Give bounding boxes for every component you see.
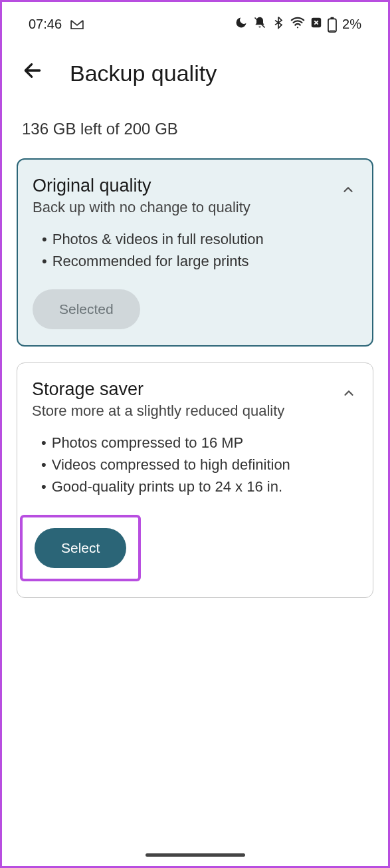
gmail-icon	[70, 19, 84, 30]
storage-remaining: 136 GB left of 200 GB	[2, 106, 388, 158]
card-subtitle: Back up with no change to quality	[33, 199, 250, 216]
card-subtitle: Store more at a slightly reduced quality	[32, 402, 284, 420]
battery-icon	[328, 17, 337, 33]
storage-saver-card[interactable]: Storage saver Store more at a slightly r…	[17, 362, 373, 598]
bullet-list: Photos & videos in full resolution Recom…	[33, 228, 357, 272]
list-item: Photos compressed to 16 MP	[41, 432, 358, 454]
card-title: Original quality	[33, 176, 250, 196]
original-quality-card[interactable]: Original quality Back up with no change …	[17, 158, 373, 347]
list-item: Photos & videos in full resolution	[42, 228, 357, 250]
moon-icon	[235, 16, 248, 33]
bell-off-icon	[253, 16, 266, 33]
selected-button: Selected	[33, 289, 140, 329]
back-arrow-icon[interactable]	[22, 60, 43, 86]
svg-rect-3	[331, 17, 334, 19]
select-button[interactable]: Select	[35, 528, 126, 568]
status-right: 2%	[235, 15, 361, 33]
list-item: Videos compressed to high definition	[41, 454, 358, 476]
wifi-icon	[290, 15, 305, 33]
nav-bar-handle[interactable]	[146, 853, 245, 857]
status-bar: 07:46 2%	[2, 2, 388, 40]
page-header: Backup quality	[2, 40, 388, 106]
chevron-up-icon[interactable]	[341, 386, 355, 399]
svg-rect-4	[330, 30, 336, 31]
list-item: Recommended for large prints	[42, 250, 357, 272]
highlight-annotation: Select	[20, 515, 141, 581]
data-disabled-icon	[310, 17, 322, 32]
bullet-list: Photos compressed to 16 MP Videos compre…	[32, 432, 358, 498]
chevron-up-icon[interactable]	[341, 182, 354, 196]
list-item: Good-quality prints up to 24 x 16 in.	[41, 476, 358, 498]
card-title: Storage saver	[32, 379, 284, 400]
battery-percent: 2%	[342, 17, 361, 32]
status-left: 07:46	[29, 17, 84, 32]
page-title: Backup quality	[70, 61, 217, 86]
bluetooth-icon	[272, 16, 285, 33]
svg-rect-2	[328, 19, 336, 32]
status-time: 07:46	[29, 17, 62, 32]
